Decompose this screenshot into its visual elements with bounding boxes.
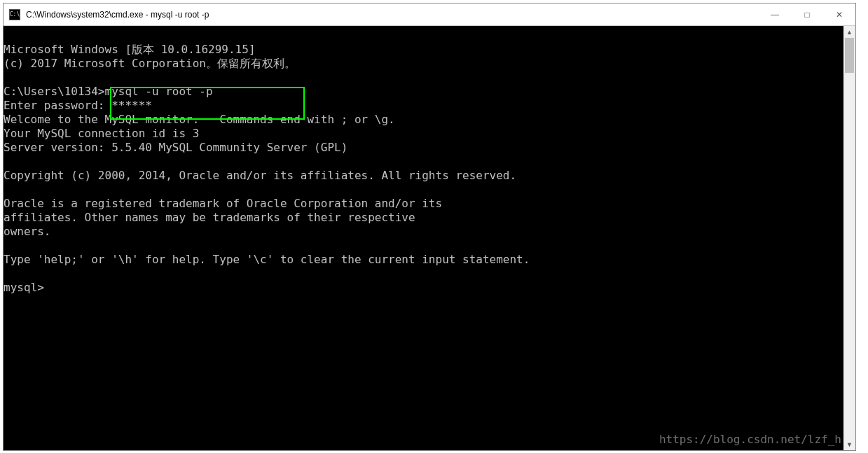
- terminal-area: Microsoft Windows [版本 10.0.16299.15] (c)…: [4, 26, 855, 450]
- window-controls: — □ ✕: [759, 4, 855, 25]
- titlebar[interactable]: C:\ C:\Windows\system32\cmd.exe - mysql …: [4, 4, 855, 26]
- terminal-line: Server version: 5.5.40 MySQL Community S…: [4, 141, 347, 154]
- close-button[interactable]: ✕: [823, 4, 855, 25]
- scroll-track[interactable]: [843, 38, 855, 438]
- terminal-line: Microsoft Windows [版本 10.0.16299.15]: [4, 43, 256, 56]
- terminal-line: Type 'help;' or '\h' for help. Type '\c'…: [4, 253, 530, 266]
- cmd-window: C:\ C:\Windows\system32\cmd.exe - mysql …: [3, 3, 856, 451]
- minimize-button[interactable]: —: [759, 4, 791, 25]
- terminal-line: affiliates. Other names may be trademark…: [4, 211, 415, 224]
- cmd-icon: C:\: [9, 9, 20, 20]
- terminal-line: mysql>: [4, 281, 44, 294]
- terminal-output[interactable]: Microsoft Windows [版本 10.0.16299.15] (c)…: [4, 26, 843, 450]
- terminal-line: (c) 2017 Microsoft Corporation。保留所有权利。: [4, 57, 296, 70]
- terminal-line: C:\Users\10134>mysql -u root -p: [4, 85, 213, 98]
- terminal-line: Your MySQL connection id is 3: [4, 127, 199, 140]
- terminal-line: owners.: [4, 225, 50, 238]
- terminal-line: Copyright (c) 2000, 2014, Oracle and/or …: [4, 169, 516, 182]
- terminal-line: Enter password: ******: [4, 99, 152, 112]
- vertical-scrollbar[interactable]: ▲ ▼: [843, 26, 855, 450]
- window-title: C:\Windows\system32\cmd.exe - mysql -u r…: [26, 10, 759, 20]
- maximize-button[interactable]: □: [791, 4, 823, 25]
- terminal-line: Welcome to the MySQL monitor. Commands e…: [4, 113, 395, 126]
- scroll-up-button[interactable]: ▲: [843, 26, 855, 38]
- terminal-line: Oracle is a registered trademark of Orac…: [4, 197, 442, 210]
- scroll-thumb[interactable]: [845, 38, 854, 73]
- scroll-down-button[interactable]: ▼: [843, 438, 855, 450]
